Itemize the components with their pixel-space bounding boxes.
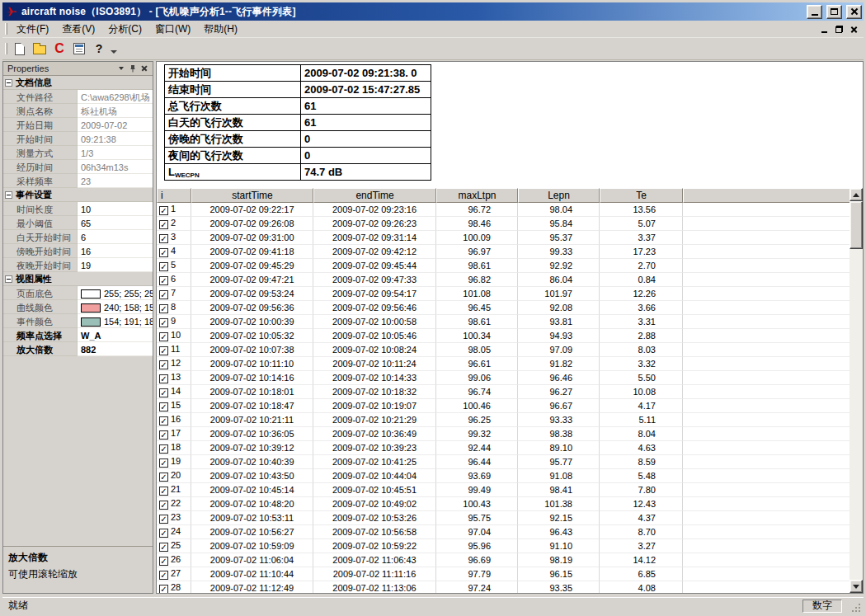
mdi-close-button[interactable] xyxy=(847,23,860,35)
event-row[interactable]: ✓262009-07-02 11:06:042009-07-02 11:06:4… xyxy=(157,553,854,567)
color-swatch[interactable] xyxy=(81,289,101,299)
event-row[interactable]: ✓82009-07-02 09:56:362009-07-02 09:56:46… xyxy=(157,301,854,315)
event-row[interactable]: ✓202009-07-02 10:43:502009-07-02 10:44:0… xyxy=(157,469,854,483)
event-row[interactable]: ✓232009-07-02 10:53:112009-07-02 10:53:2… xyxy=(157,511,854,525)
property-value[interactable]: 栎社机场 xyxy=(78,104,153,118)
event-row[interactable]: ✓192009-07-02 10:40:392009-07-02 10:41:2… xyxy=(157,455,854,469)
close-button[interactable] xyxy=(846,5,862,19)
event-checkbox[interactable]: ✓ xyxy=(159,416,168,426)
property-value[interactable]: 10 xyxy=(78,202,153,216)
event-checkbox[interactable]: ✓ xyxy=(159,220,168,229)
event-checkbox[interactable]: ✓ xyxy=(159,318,168,327)
column-header-Lepn[interactable]: Lepn xyxy=(518,188,600,203)
event-checkbox[interactable]: ✓ xyxy=(159,388,168,397)
event-checkbox[interactable]: ✓ xyxy=(159,304,168,313)
color-swatch[interactable] xyxy=(81,317,101,327)
property-section-header[interactable]: 视图属性 xyxy=(3,272,153,286)
resize-grip-icon[interactable] xyxy=(850,602,861,613)
event-checkbox[interactable]: ✓ xyxy=(159,487,168,496)
property-value[interactable]: 6 xyxy=(78,230,153,244)
collapse-minus-icon[interactable] xyxy=(5,79,12,87)
event-row[interactable]: ✓212009-07-02 10:45:142009-07-02 10:45:5… xyxy=(157,483,854,497)
event-checkbox[interactable]: ✓ xyxy=(159,346,168,355)
property-value[interactable]: C:\awa6298\机场 xyxy=(78,90,153,104)
property-value[interactable]: 06h34m13s xyxy=(78,160,153,174)
column-header-Te[interactable]: Te xyxy=(600,188,683,203)
event-row[interactable]: ✓92009-07-02 10:00:392009-07-02 10:00:58… xyxy=(157,315,854,329)
event-row[interactable]: ✓22009-07-02 09:26:082009-07-02 09:26:23… xyxy=(157,217,854,231)
menu-item[interactable]: 文件(F) xyxy=(10,21,55,38)
column-header-startTime[interactable]: startTime xyxy=(191,188,313,203)
property-value[interactable]: 255; 255; 25 xyxy=(78,286,153,300)
event-row[interactable]: ✓132009-07-02 10:14:162009-07-02 10:14:3… xyxy=(157,371,854,385)
event-checkbox[interactable]: ✓ xyxy=(159,332,168,341)
column-header-maxLtpn[interactable]: maxLtpn xyxy=(436,188,518,203)
event-row[interactable]: ✓52009-07-02 09:45:292009-07-02 09:45:44… xyxy=(157,259,854,273)
menu-item[interactable]: 窗口(W) xyxy=(148,21,197,38)
calibrate-button[interactable]: C xyxy=(49,40,69,59)
menu-drag-handle[interactable] xyxy=(5,23,7,35)
event-row[interactable]: ✓112009-07-02 10:07:382009-07-02 10:08:2… xyxy=(157,343,854,357)
event-checkbox[interactable]: ✓ xyxy=(159,430,168,440)
event-row[interactable]: ✓272009-07-02 11:10:442009-07-02 11:11:1… xyxy=(157,567,854,581)
mdi-minimize-button[interactable] xyxy=(817,23,831,35)
new-document-button[interactable] xyxy=(10,40,30,59)
menu-item[interactable]: 查看(V) xyxy=(55,21,101,38)
event-row[interactable]: ✓72009-07-02 09:53:242009-07-02 09:54:17… xyxy=(157,287,854,301)
scroll-up-button[interactable] xyxy=(850,188,863,201)
event-checkbox[interactable]: ✓ xyxy=(159,543,168,552)
help-button[interactable]: ? xyxy=(89,40,109,59)
property-value[interactable]: 09:21:38 xyxy=(78,132,153,146)
event-checkbox[interactable]: ✓ xyxy=(159,290,168,299)
event-row[interactable]: ✓152009-07-02 10:18:472009-07-02 10:19:0… xyxy=(157,399,854,413)
color-swatch[interactable] xyxy=(81,303,101,313)
property-value[interactable]: 240; 158; 15 xyxy=(78,300,153,314)
event-row[interactable]: ✓252009-07-02 10:59:092009-07-02 10:59:2… xyxy=(157,539,854,553)
collapse-minus-icon[interactable] xyxy=(5,191,12,199)
event-checkbox[interactable]: ✓ xyxy=(159,501,168,510)
event-checkbox[interactable]: ✓ xyxy=(159,458,168,468)
event-checkbox[interactable]: ✓ xyxy=(159,473,168,482)
mdi-restore-button[interactable] xyxy=(832,23,845,35)
event-checkbox[interactable]: ✓ xyxy=(159,529,168,538)
scrollbar-track[interactable] xyxy=(850,201,863,580)
column-header-i[interactable]: i xyxy=(157,188,191,203)
event-row[interactable]: ✓122009-07-02 10:11:102009-07-02 10:11:2… xyxy=(157,357,854,371)
panel-close-button[interactable] xyxy=(139,63,150,74)
event-row[interactable]: ✓282009-07-02 11:12:492009-07-02 11:13:0… xyxy=(157,581,854,594)
menu-item[interactable]: 分析(C) xyxy=(101,21,148,38)
event-row[interactable]: ✓142009-07-02 10:18:012009-07-02 10:18:3… xyxy=(157,385,854,399)
property-value[interactable]: 23 xyxy=(78,174,153,188)
event-checkbox[interactable]: ✓ xyxy=(159,248,168,257)
event-checkbox[interactable]: ✓ xyxy=(159,402,168,411)
toolbar-overflow-icon[interactable] xyxy=(111,50,117,54)
maximize-button[interactable] xyxy=(826,5,842,19)
panel-pin-button[interactable] xyxy=(127,63,139,74)
event-row[interactable]: ✓102009-07-02 10:05:322009-07-02 10:05:4… xyxy=(157,329,854,343)
event-row[interactable]: ✓162009-07-02 10:21:112009-07-02 10:21:2… xyxy=(157,413,854,427)
event-checkbox[interactable]: ✓ xyxy=(159,360,168,369)
scrollbar-thumb[interactable] xyxy=(850,201,863,249)
property-value[interactable]: 1/3 xyxy=(78,146,153,160)
event-checkbox[interactable]: ✓ xyxy=(159,276,168,285)
property-value[interactable]: W_A xyxy=(78,328,153,342)
event-row[interactable]: ✓172009-07-02 10:36:052009-07-02 10:36:4… xyxy=(157,427,854,441)
collapse-minus-icon[interactable] xyxy=(5,275,12,283)
event-row[interactable]: ✓12009-07-02 09:22:172009-07-02 09:23:16… xyxy=(157,203,854,217)
event-row[interactable]: ✓42009-07-02 09:41:182009-07-02 09:42:12… xyxy=(157,245,854,259)
property-section-header[interactable]: 事件设置 xyxy=(3,188,153,202)
minimize-button[interactable] xyxy=(807,5,822,19)
event-checkbox[interactable]: ✓ xyxy=(159,515,168,524)
property-value[interactable]: 16 xyxy=(78,244,153,258)
open-file-button[interactable] xyxy=(30,40,49,59)
event-row[interactable]: ✓62009-07-02 09:47:212009-07-02 09:47:33… xyxy=(157,273,854,287)
scroll-down-button[interactable] xyxy=(850,580,863,593)
toolbar-drag-handle[interactable] xyxy=(5,43,7,54)
event-row[interactable]: ✓222009-07-02 10:48:202009-07-02 10:49:0… xyxy=(157,497,854,511)
event-checkbox[interactable]: ✓ xyxy=(159,234,168,243)
event-row[interactable]: ✓182009-07-02 10:39:122009-07-02 10:39:2… xyxy=(157,441,854,455)
event-row[interactable]: ✓242009-07-02 10:56:272009-07-02 10:56:5… xyxy=(157,525,854,539)
property-section-header[interactable]: 文档信息 xyxy=(3,76,153,90)
event-checkbox[interactable]: ✓ xyxy=(159,262,168,271)
property-value[interactable]: 19 xyxy=(78,258,153,272)
